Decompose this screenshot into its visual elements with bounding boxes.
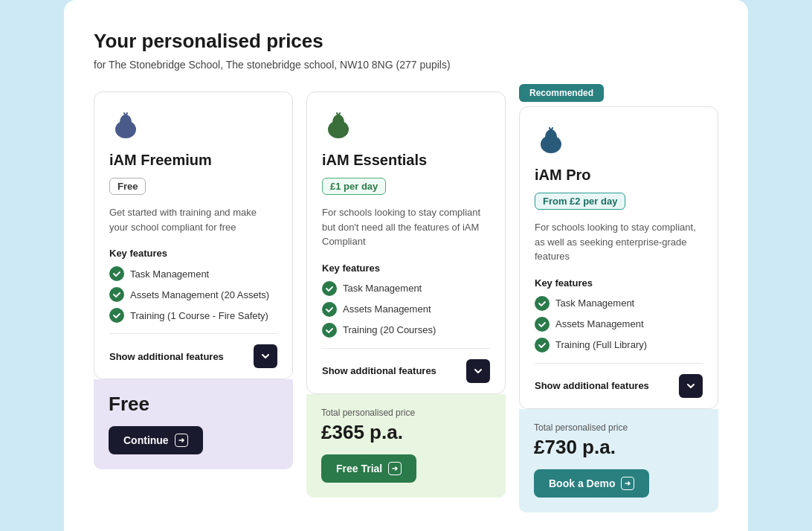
plan-name-freemium: iAM Freemium	[109, 152, 277, 169]
cta-button-essentials[interactable]: Free Trial	[321, 454, 416, 483]
plan-name-essentials: iAM Essentials	[322, 152, 490, 169]
feature-item: Assets Management (20 Assets)	[109, 287, 277, 302]
show-features-text-freemium: Show additional features	[109, 351, 224, 362]
feature-text: Training (Full Library)	[555, 339, 647, 350]
arrow-icon-freemium	[175, 434, 188, 447]
feature-item: Task Management	[322, 281, 490, 296]
plan-logo-pro	[535, 125, 567, 158]
cta-button-pro[interactable]: Book a Demo	[534, 469, 649, 498]
plan-card-pro: iAM ProFrom £2 per dayFor schools lookin…	[519, 106, 718, 409]
plan-description-freemium: Get started with training and make your …	[109, 205, 277, 234]
check-icon	[322, 302, 337, 317]
key-features-label-essentials: Key features	[322, 263, 490, 274]
plan-wrapper-essentials: iAM Essentials£1 per dayFor schools look…	[306, 91, 506, 498]
arrow-icon-essentials	[388, 462, 402, 475]
feature-text: Task Management	[555, 297, 634, 309]
pricing-card: Your personalised prices for The Stonebr…	[64, 0, 748, 531]
feature-text: Training (20 Courses)	[343, 324, 436, 335]
key-features-label-freemium: Key features	[109, 248, 277, 259]
total-label-pro: Total personalised price	[534, 422, 703, 433]
free-price-freemium: Free	[109, 393, 278, 416]
check-icon	[322, 323, 337, 338]
chevron-down-icon-freemium[interactable]	[254, 344, 277, 368]
feature-list-freemium: Task Management Assets Management (20 As…	[109, 266, 277, 323]
feature-item: Training (1 Course - Fire Safety)	[109, 308, 277, 323]
check-icon	[109, 308, 124, 323]
recommended-badge: Recommended	[519, 84, 604, 102]
chevron-down-icon-essentials[interactable]	[466, 359, 490, 383]
plan-description-pro: For schools looking to stay compliant, a…	[535, 220, 703, 264]
feature-item: Assets Management	[322, 302, 490, 317]
feature-item: Task Management	[535, 296, 703, 311]
plan-name-pro: iAM Pro	[535, 167, 703, 184]
price-badge-freemium: Free	[109, 178, 146, 195]
show-additional-features-pro[interactable]: Show additional features	[535, 363, 703, 408]
check-icon	[109, 266, 124, 281]
cta-button-freemium[interactable]: Continue	[109, 426, 203, 454]
plan-wrapper-freemium: iAM FreemiumFreeGet started with trainin…	[94, 91, 293, 469]
feature-text: Task Management	[343, 283, 422, 294]
feature-item: Training (20 Courses)	[322, 323, 490, 338]
price-badge-pro: From £2 per day	[535, 193, 625, 210]
check-icon	[535, 338, 550, 353]
plans-grid: iAM FreemiumFreeGet started with trainin…	[94, 91, 718, 512]
cta-label-freemium: Continue	[123, 434, 169, 446]
check-icon	[535, 296, 550, 311]
total-price-pro: £730 p.a.	[534, 436, 703, 459]
plan-wrapper-pro: Recommended iAM ProFrom £2 per dayFor sc…	[519, 84, 718, 512]
feature-text: Assets Management (20 Assets)	[130, 289, 269, 300]
key-features-label-pro: Key features	[535, 277, 703, 289]
plan-footer-essentials: Total personalised price£365 p.a. Free T…	[306, 394, 506, 498]
feature-list-pro: Task Management Assets Management Traini…	[535, 296, 703, 353]
total-label-essentials: Total personalised price	[321, 408, 491, 418]
show-features-text-pro: Show additional features	[535, 380, 649, 391]
feature-item: Training (Full Library)	[535, 338, 703, 353]
plan-description-essentials: For schools looking to stay compliant bu…	[322, 205, 490, 249]
feature-text: Assets Management	[343, 303, 431, 315]
plan-logo-freemium	[109, 110, 142, 143]
feature-item: Assets Management	[535, 317, 703, 332]
check-icon	[109, 287, 124, 302]
plan-card-freemium: iAM FreemiumFreeGet started with trainin…	[94, 91, 293, 379]
feature-text: Task Management	[130, 268, 209, 280]
feature-text: Training (1 Course - Fire Safety)	[130, 310, 268, 321]
cta-label-pro: Book a Demo	[549, 477, 615, 489]
plan-footer-pro: Total personalised price£730 p.a. Book a…	[519, 409, 718, 512]
price-badge-essentials: £1 per day	[322, 178, 386, 195]
check-icon	[535, 317, 550, 332]
feature-list-essentials: Task Management Assets Management Traini…	[322, 281, 490, 338]
show-features-text-essentials: Show additional features	[322, 365, 436, 376]
plan-logo-essentials	[322, 110, 355, 143]
show-additional-features-freemium[interactable]: Show additional features	[109, 333, 277, 379]
show-additional-features-essentials[interactable]: Show additional features	[322, 348, 490, 393]
total-price-essentials: £365 p.a.	[321, 421, 491, 444]
plan-card-essentials: iAM Essentials£1 per dayFor schools look…	[306, 91, 506, 394]
feature-text: Assets Management	[555, 318, 644, 329]
plan-footer-freemium: Free Continue	[94, 379, 293, 469]
school-info: for The Stonebridge School, The stonebri…	[94, 59, 718, 71]
arrow-icon-pro	[621, 477, 634, 490]
feature-item: Task Management	[109, 266, 277, 281]
page-title: Your personalised prices	[94, 30, 718, 53]
chevron-down-icon-pro[interactable]	[679, 374, 703, 398]
check-icon	[322, 281, 337, 296]
cta-label-essentials: Free Trial	[336, 463, 382, 474]
